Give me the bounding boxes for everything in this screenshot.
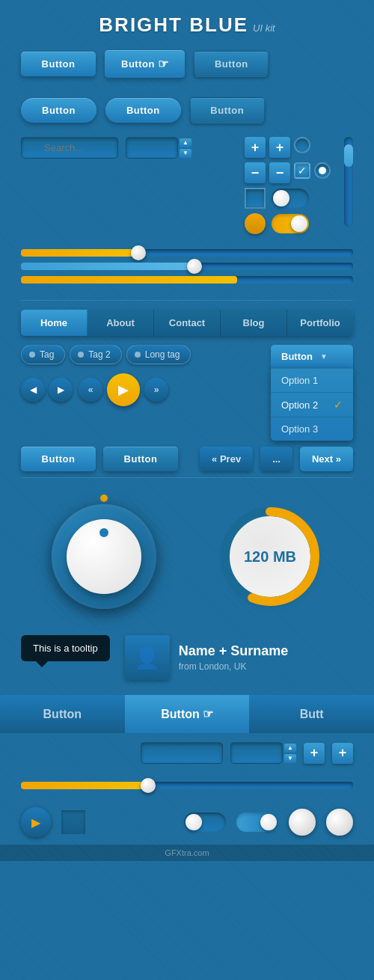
tooltip-text: This is a tooltip bbox=[33, 643, 98, 654]
tag-dot-3 bbox=[135, 352, 141, 358]
bottom-plus-2[interactable]: + bbox=[332, 743, 353, 764]
bottom-square-btn[interactable] bbox=[61, 810, 85, 834]
knob-outer[interactable] bbox=[52, 504, 156, 609]
slider-track-2 bbox=[21, 263, 353, 270]
watermark: GFXtra.com bbox=[0, 845, 374, 861]
bottom-knob-sm[interactable] bbox=[289, 809, 316, 836]
button-4[interactable]: Button bbox=[21, 98, 96, 123]
tooltip-box: This is a tooltip bbox=[21, 635, 110, 661]
bottom-plus-1[interactable]: + bbox=[304, 743, 325, 764]
dropdown-option-1[interactable]: Option 1 bbox=[271, 368, 353, 392]
bottom-btn-2[interactable]: Button bbox=[103, 447, 178, 471]
bottom-slider-thumb[interactable] bbox=[141, 778, 156, 793]
bottom-spinner: ▲ ▼ bbox=[284, 744, 296, 763]
button-6[interactable]: Button bbox=[190, 97, 265, 123]
knob-container bbox=[48, 500, 160, 613]
bottom-spinner-down[interactable]: ▼ bbox=[284, 754, 296, 763]
slider-fill-blue bbox=[21, 263, 194, 270]
bottom-toggle-off[interactable] bbox=[184, 812, 226, 832]
button-2[interactable]: Button bbox=[105, 50, 185, 78]
bottom-mid-btn[interactable]: Button☞ bbox=[125, 695, 250, 733]
search-input[interactable] bbox=[21, 137, 118, 159]
tag-2[interactable]: Tag 2 bbox=[70, 345, 121, 364]
next-page-btn[interactable]: Next » bbox=[300, 447, 353, 471]
bottom-toggle-handle-on bbox=[260, 814, 277, 830]
arrow-left-btn[interactable]: ◀ bbox=[21, 378, 45, 402]
bottom-spinner-up[interactable]: ▲ bbox=[284, 744, 296, 753]
bottom-time-input[interactable]: 3:08 bbox=[230, 742, 283, 764]
scrollbar-thumb[interactable] bbox=[344, 144, 353, 167]
nav-item-about[interactable]: About bbox=[88, 310, 154, 336]
time-input[interactable]: 3:08 bbox=[126, 137, 178, 159]
checkmark-icon: ✓ bbox=[334, 399, 343, 411]
nav-item-home[interactable]: Home bbox=[21, 310, 88, 336]
divider-2 bbox=[21, 477, 353, 478]
plus-btn-2[interactable]: + bbox=[269, 137, 290, 158]
minus-btn-2[interactable]: − bbox=[269, 162, 290, 183]
toggle-handle-off bbox=[273, 190, 289, 206]
inputs-section: 🔍 3:08 ▲ ▼ + + − − bbox=[0, 137, 374, 234]
tag-3[interactable]: Long tag bbox=[126, 345, 191, 364]
controls-bottom bbox=[245, 188, 331, 209]
bottom-full-row: Button Button☞ Butt bbox=[0, 695, 374, 733]
button-1[interactable]: Button bbox=[21, 52, 96, 76]
minus-btn-1[interactable]: − bbox=[245, 162, 266, 183]
spinner-buttons: ▲ ▼ bbox=[180, 138, 191, 158]
user-avatar: 👤 bbox=[125, 635, 170, 680]
checkbox-checked[interactable] bbox=[294, 162, 310, 179]
radio-1[interactable] bbox=[294, 137, 310, 153]
bottom-time-wrap: 3:08 ▲ ▼ bbox=[230, 742, 296, 764]
bottom-play-btn[interactable]: ▶ bbox=[21, 807, 51, 837]
title-main: BRIGHT BLUE bbox=[99, 13, 248, 36]
progress-ring-svg bbox=[214, 500, 326, 613]
spinner-up[interactable]: ▲ bbox=[180, 138, 191, 147]
button-3[interactable]: Button bbox=[194, 51, 269, 77]
dropdown-option-3[interactable]: Option 3 bbox=[271, 417, 353, 441]
bottom-right-btn[interactable]: Butt bbox=[249, 695, 374, 733]
forward-btn[interactable]: » bbox=[144, 378, 168, 402]
nav-item-portfolio[interactable]: Portfolio bbox=[287, 310, 353, 336]
toggle-off[interactable] bbox=[272, 189, 309, 208]
toggle-on[interactable] bbox=[272, 214, 309, 233]
slider-fill-yellow-2 bbox=[21, 276, 237, 284]
tags-dropdown-row: Tag Tag 2 Long tag ◀ ▶ « ▶ » bbox=[0, 345, 374, 441]
knob-indicator-dot bbox=[100, 494, 108, 502]
dropdown-arrow-icon: ▼ bbox=[320, 352, 328, 361]
prev-page-btn[interactable]: « Prev bbox=[200, 447, 253, 471]
play-btn[interactable]: ▶ bbox=[107, 373, 140, 406]
tag-dot-2 bbox=[78, 352, 84, 358]
slider-fill-yellow-1 bbox=[21, 249, 137, 257]
bottom-btn-1[interactable]: Button bbox=[21, 447, 96, 471]
nav-item-blog[interactable]: Blog bbox=[221, 310, 287, 336]
knob-inner[interactable] bbox=[67, 519, 141, 594]
slider-thumb-1[interactable] bbox=[131, 245, 146, 260]
dropdown-option-2[interactable]: Option 2 ✓ bbox=[271, 392, 353, 417]
bottom-knob-sm-2[interactable] bbox=[326, 809, 353, 836]
tags-row: Tag Tag 2 Long tag bbox=[21, 345, 263, 364]
button-5[interactable]: Button bbox=[105, 98, 181, 123]
rewind-btn[interactable]: « bbox=[79, 378, 102, 402]
pm-row-2: − − bbox=[245, 162, 331, 183]
user-info: Name + Surname from London, UK bbox=[179, 643, 289, 672]
dropdown-button[interactable]: Button ▼ bbox=[271, 345, 353, 368]
dots-btn[interactable]: ... bbox=[260, 447, 292, 471]
square-checkbox[interactable] bbox=[245, 188, 266, 209]
radio-orange[interactable] bbox=[245, 213, 266, 234]
bottom-left-btn[interactable]: Button bbox=[0, 695, 125, 733]
arrow-buttons: ◀ ▶ bbox=[21, 378, 73, 402]
bottom-search-input[interactable] bbox=[141, 742, 223, 764]
user-name: Name + Surname bbox=[179, 643, 289, 659]
buttons-pagination-row: Button Button « Prev ... Next » bbox=[0, 447, 374, 471]
arrow-right-btn[interactable]: ▶ bbox=[49, 378, 73, 402]
spinner-down[interactable]: ▼ bbox=[180, 149, 191, 158]
tag-1[interactable]: Tag bbox=[21, 345, 65, 364]
radio-selected[interactable] bbox=[314, 162, 331, 179]
toggles-row bbox=[245, 213, 331, 234]
input-row: 🔍 3:08 ▲ ▼ bbox=[21, 137, 237, 159]
nav-item-contact[interactable]: Contact bbox=[154, 310, 221, 336]
slider-thumb-2[interactable] bbox=[187, 259, 202, 274]
tooltip-user-section: This is a tooltip 👤 Name + Surname from … bbox=[0, 628, 374, 695]
bottom-controls: ▶ bbox=[0, 800, 374, 845]
plus-btn-1[interactable]: + bbox=[245, 137, 266, 158]
bottom-toggle-on[interactable] bbox=[236, 812, 278, 832]
